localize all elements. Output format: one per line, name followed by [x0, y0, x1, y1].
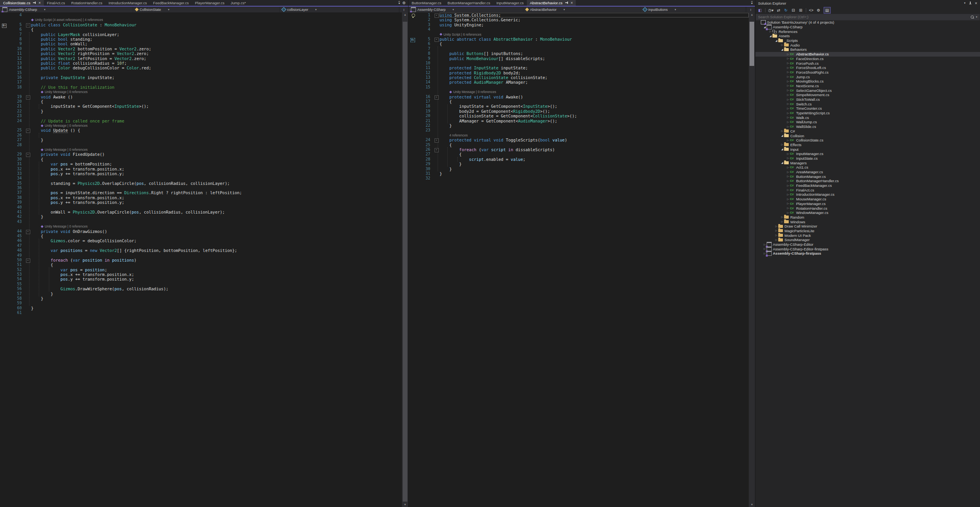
breadcrumb-member[interactable]: collisionLayer ▾ — [280, 7, 399, 12]
line-number[interactable]: 17 — [419, 99, 433, 104]
line-number[interactable]: 40 — [10, 205, 25, 210]
code-line[interactable]: 36 — [0, 186, 402, 190]
collapse-region-icon[interactable]: - — [435, 38, 439, 42]
code-line[interactable]: 9 public bool onWall; — [0, 41, 402, 46]
left-code-editor[interactable]: 4Unity Script (4 asset references) | 4 r… — [0, 12, 408, 507]
expander-icon[interactable]: ▷ — [786, 53, 790, 56]
code-line[interactable]: 18 inputState = GetComponent<InputState>… — [409, 104, 749, 109]
scroll-up-icon[interactable]: ▲ — [749, 12, 755, 17]
tree-item-windows[interactable]: ▷Windows — [755, 219, 980, 224]
tree-item-playermanager-cs[interactable]: ▷C#PlayerManager.cs — [755, 202, 980, 206]
codelens-info[interactable]: Unity Message | 0 references — [31, 123, 402, 128]
code-lens-line[interactable]: 4 references — [409, 133, 749, 138]
line-number[interactable]: 28 — [10, 143, 25, 147]
expander-icon[interactable]: ▷ — [786, 57, 790, 60]
line-number[interactable]: 38 — [10, 195, 25, 200]
tree-item-collisionstate-cs[interactable]: ▷C#CollisionState.cs — [755, 138, 980, 143]
code-lens-line[interactable]: Unity Script | 6 references — [409, 32, 749, 37]
code-line[interactable]: 4 — [409, 27, 749, 32]
line-number[interactable]: 24 — [10, 119, 25, 123]
line-number[interactable]: 56 — [10, 286, 25, 291]
tab-collisionstate-cs[interactable]: CollisionState.cs× — [0, 0, 44, 6]
line-number[interactable]: 58 — [10, 296, 25, 301]
expander-icon[interactable]: ▷ — [786, 80, 790, 83]
expander-icon[interactable]: ▷ — [786, 75, 790, 78]
line-number[interactable]: 7 — [419, 47, 433, 51]
code-line[interactable]: 23 — [0, 114, 402, 118]
view-code-icon[interactable]: <> — [809, 7, 814, 13]
line-number[interactable]: 52 — [10, 267, 25, 272]
code-line[interactable]: 52 var pos = position; — [0, 267, 402, 272]
tree-item-sticktowall-cs[interactable]: ▷C#StickToWall.cs — [755, 97, 980, 102]
code-line[interactable]: 13 protected CollisionState collisionSta… — [409, 75, 749, 80]
tree-item-act1-cs[interactable]: ▷C#Act1.cs — [755, 165, 980, 170]
code-line[interactable]: 51 { — [0, 262, 402, 267]
tree-item-typewritingscript-cs[interactable]: ▷C#TypeWritingScript.cs — [755, 111, 980, 116]
code-line[interactable]: 4 — [0, 13, 402, 17]
tree-item-facedirection-cs[interactable]: ▷C#FaceDirection.cs — [755, 57, 980, 61]
line-number[interactable] — [419, 90, 433, 94]
code-line[interactable]: 2using System.Collections.Generic; — [409, 17, 749, 22]
tree-item-mousemanager-cs[interactable]: ▷C#MouseManager.cs — [755, 197, 980, 202]
refresh-icon[interactable]: ↻ — [784, 7, 788, 13]
line-number[interactable]: 14 — [10, 66, 25, 70]
code-line[interactable]: 32 pos.x += transform.position.x; — [0, 167, 402, 171]
line-number[interactable]: 24 — [419, 138, 433, 142]
code-line[interactable]: 56 Gizmos.DrawWireSphere(pos, collisionR… — [0, 286, 402, 291]
expander-icon[interactable]: ◢ — [774, 39, 778, 42]
expander-icon[interactable]: ▷ — [786, 179, 790, 183]
line-number[interactable]: 22 — [419, 123, 433, 128]
expander-icon[interactable]: ▷ — [774, 225, 778, 228]
collapse-region-icon[interactable]: - — [435, 95, 439, 100]
line-number[interactable] — [10, 123, 25, 128]
line-number[interactable] — [10, 90, 25, 94]
code-line[interactable]: 17 { — [409, 99, 749, 104]
line-number[interactable]: 11 — [419, 66, 433, 70]
line-number[interactable]: 35 — [10, 181, 25, 186]
line-number[interactable]: 26 — [10, 133, 25, 138]
code-line[interactable]: 22 } — [0, 109, 402, 114]
tab-inputmanager-cs[interactable]: InputManager.cs — [493, 0, 526, 6]
properties-icon[interactable]: ⚙ — [816, 7, 821, 13]
chevron-down-icon[interactable]: ▾ — [976, 16, 977, 19]
line-number[interactable]: 9 — [419, 56, 433, 61]
expander-icon[interactable]: ▷ — [786, 139, 790, 142]
expander-icon[interactable]: ◢ — [780, 148, 784, 151]
code-line[interactable]: 28 script.enabled = value; — [409, 157, 749, 162]
code-line[interactable]: 35 standing = Physics2D.OverlapCircle(po… — [0, 181, 402, 186]
tree-item-managers[interactable]: ◢Managers — [755, 160, 980, 165]
expander-icon[interactable]: ▷ — [786, 121, 790, 124]
code-line[interactable]: 3using UnityEngine; — [409, 22, 749, 27]
code-line[interactable]: 10 public Vector2 bottomPosition = Vecto… — [0, 47, 402, 51]
code-line[interactable]: 7 — [409, 47, 749, 51]
chevron-down-icon[interactable]: ▾ — [675, 8, 676, 11]
expander-icon[interactable]: ▷ — [786, 188, 790, 191]
breadcrumb-type[interactable]: CollisionState ▾ — [133, 7, 280, 12]
pin-tab-icon[interactable] — [565, 1, 568, 5]
line-number[interactable]: 10 — [10, 47, 25, 51]
code-line[interactable]: 41 onWall = Physics2D.OverlapCircle(pos,… — [0, 210, 402, 214]
line-number[interactable]: 15 — [10, 71, 25, 75]
code-line[interactable]: 29 } — [409, 162, 749, 166]
code-line[interactable]: 61 — [0, 310, 402, 315]
code-line[interactable]: 54 pos.y += transform.position.y; — [0, 277, 402, 281]
code-line[interactable]: 19- void Awake () — [0, 95, 402, 99]
collapse-region-icon[interactable]: - — [435, 148, 439, 152]
expander-icon[interactable]: ▷ — [786, 89, 790, 92]
expander-icon[interactable]: ▷ — [786, 184, 790, 187]
code-lens-line[interactable]: Unity Script (4 asset references) | 4 re… — [0, 17, 402, 22]
tree-item-introductionmanager-cs[interactable]: ▷C#IntroductionManager.cs — [755, 192, 980, 197]
tree-item-modern-ui-pack[interactable]: ▷Modern UI Pack — [755, 233, 980, 238]
code-line[interactable]: 14 public Color debugCollisionColor = Co… — [0, 66, 402, 70]
line-number[interactable]: 4 — [10, 13, 25, 17]
expander-icon[interactable]: ▷ — [786, 84, 790, 87]
expander-icon[interactable]: ▷ — [786, 207, 790, 210]
code-line[interactable]: 59 — [0, 301, 402, 305]
line-number[interactable] — [419, 133, 433, 138]
line-number[interactable]: 44 — [10, 229, 25, 234]
collapse-region-icon[interactable]: - — [26, 259, 30, 263]
chevron-down-icon[interactable]: ▾ — [564, 8, 565, 11]
code-line[interactable]: 24- protected virtual void ToggleScripts… — [409, 138, 749, 142]
code-line[interactable]: 8 public Buttons[] inputButtons; — [409, 51, 749, 56]
tree-item-magicparticleslite[interactable]: ▷MagicParticlesLite — [755, 229, 980, 233]
